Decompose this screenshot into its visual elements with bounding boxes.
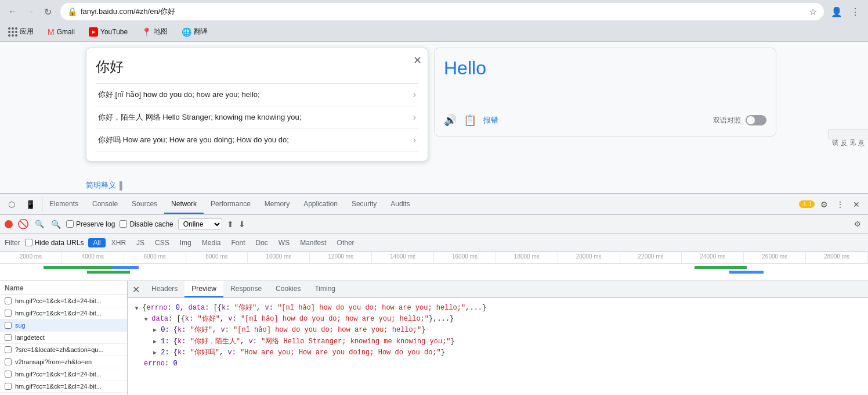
tab-elements[interactable]: Elements [42, 195, 85, 214]
suggestion-item-0[interactable]: 你好 [nǐ hǎo] how do you do; how are you; … [96, 84, 418, 106]
report-link[interactable]: 报错 [483, 115, 498, 125]
file-checkbox-4[interactable] [5, 383, 12, 390]
response-close-button[interactable]: ✕ [128, 281, 144, 297]
breadcrumb-link[interactable]: 简明释义 [86, 180, 116, 191]
file-item-5[interactable]: hm.gif?cc=1&ck=1&cl=24-bit... [0, 393, 127, 395]
devtools-tabs: Elements Console Sources Network Perform… [42, 195, 794, 214]
search-button[interactable]: 🔍 [50, 218, 62, 230]
menu-icon[interactable]: ⋮ [847, 3, 863, 20]
file-item-0[interactable]: hm.gif?cc=1&ck=1&cl=24-bit... [0, 295, 127, 307]
file-checkbox-langdetect[interactable] [5, 334, 12, 341]
tab-sources[interactable]: Sources [125, 195, 164, 214]
filter-ws[interactable]: WS [274, 238, 294, 247]
file-item-1[interactable]: hm.gif?cc=1&ck=1&cl=24-bit... [0, 307, 127, 319]
tab-network[interactable]: Network [164, 195, 204, 214]
preserve-log-checkbox[interactable] [66, 220, 74, 228]
disable-cache-checkbox[interactable] [120, 220, 127, 228]
tab-performance[interactable]: Performance [204, 195, 258, 214]
suggestion-item-1[interactable]: 你好，陌生人 网络 Hello Stranger; knowing me kno… [96, 106, 418, 129]
filter-js[interactable]: JS [132, 238, 149, 247]
back-button[interactable]: ← [5, 3, 21, 20]
export-har-button[interactable]: ⬇ [238, 220, 245, 229]
file-item-sug[interactable]: sug [0, 319, 127, 332]
network-settings-button[interactable]: ⚙ [852, 218, 863, 230]
timeline-bar-1 [44, 266, 113, 269]
filter-manifest[interactable]: Manifest [295, 238, 331, 247]
suggestion-item-2[interactable]: 你好吗 How are you; How are you doing; How … [96, 129, 418, 152]
tab-security[interactable]: Security [345, 195, 384, 214]
tick-11: 24000 ms [682, 252, 744, 263]
devtools-close-button[interactable]: ✕ [849, 198, 863, 211]
select-element-button[interactable]: ⬡ [5, 198, 19, 211]
file-item-3[interactable]: hm.gif?cc=1&ck=1&cl=24-bit... [0, 368, 127, 380]
speaker-button[interactable]: 🔊 [444, 114, 457, 127]
suggestion-text-1: 你好，陌生人 网络 Hello Stranger; knowing me kno… [98, 112, 413, 123]
record-button[interactable] [5, 220, 13, 228]
filter-media[interactable]: Media [197, 238, 226, 247]
bookmark-gmail[interactable]: M Gmail [44, 26, 78, 38]
bookmark-apps[interactable]: 应用 [5, 26, 37, 38]
filter-font[interactable]: Font [226, 238, 249, 247]
filter-img[interactable]: Img [175, 238, 196, 247]
bookmark-maps[interactable]: 📍 地图 [138, 26, 171, 38]
bookmark-translate[interactable]: 🌐 翻译 [178, 26, 211, 38]
tab-console[interactable]: Console [85, 195, 125, 214]
copy-button[interactable]: 📋 [464, 114, 476, 127]
collapse-item0[interactable]: ▶ [153, 326, 157, 335]
filter-css[interactable]: CSS [150, 238, 174, 247]
file-item-langdetect[interactable]: langdetect [0, 332, 127, 344]
file-name-v2: v2transapi?from=zh&to=en [15, 358, 92, 365]
collapse-item1[interactable]: ▶ [153, 337, 157, 347]
file-checkbox-0[interactable] [5, 297, 12, 304]
devtools-settings-button[interactable]: ⚙ [817, 198, 831, 211]
file-item-query[interactable]: ?src=1&locate=zh&action=qu... [0, 344, 127, 356]
filter-all[interactable]: All [88, 238, 105, 247]
filter-other[interactable]: Other [332, 238, 359, 247]
browser-actions: 👤 ⋮ [829, 3, 863, 20]
tab-memory[interactable]: Memory [258, 195, 296, 214]
toggle-switch[interactable] [746, 115, 766, 125]
throttle-select[interactable]: Online Fast 3G Slow 3G Offline [178, 218, 222, 230]
tab-application[interactable]: Application [296, 195, 345, 214]
collapse-item2[interactable]: ▶ [153, 349, 157, 358]
file-checkbox-1[interactable] [5, 310, 12, 317]
hide-data-urls-checkbox[interactable] [25, 239, 32, 246]
disable-cache-label[interactable]: Disable cache [120, 220, 173, 228]
collapse-data[interactable]: ▶ [141, 318, 150, 321]
tab-audits[interactable]: Audits [384, 195, 417, 214]
import-har-button[interactable]: ⬆ [227, 220, 234, 229]
response-tab-preview[interactable]: Preview [185, 281, 223, 297]
suggestion-text-0: 你好 [nǐ hǎo] how do you do; how are you; … [98, 89, 413, 100]
file-checkbox-query[interactable] [5, 346, 12, 353]
forward-button[interactable]: → [22, 3, 38, 20]
response-tab-timing[interactable]: Timing [308, 281, 342, 297]
reload-button[interactable]: ↻ [39, 3, 56, 20]
devtools-more-button[interactable]: ⋮ [833, 198, 847, 211]
file-item-4[interactable]: hm.gif?cc=1&ck=1&cl=24-bit... [0, 380, 127, 393]
file-checkbox-sug[interactable] [5, 322, 12, 329]
file-checkbox-v2[interactable] [5, 358, 12, 365]
json-line-errno-end: errno: 0 [135, 358, 861, 369]
preserve-log-label[interactable]: Preserve log [66, 220, 115, 228]
file-checkbox-3[interactable] [5, 371, 12, 378]
response-tab-headers[interactable]: Headers [144, 281, 185, 297]
close-button[interactable]: ✕ [413, 54, 422, 67]
import-export-buttons: ⬆ ⬇ [227, 220, 245, 229]
clear-button[interactable]: 🚫 [17, 218, 29, 230]
bookmark-youtube[interactable]: YouTube [85, 26, 131, 38]
address-bar[interactable]: 🔒 fanyi.baidu.com/#zh/en/你好 ☆ [60, 3, 824, 20]
response-tab-response[interactable]: Response [223, 281, 269, 297]
file-name-0: hm.gif?cc=1&ck=1&cl=24-bit... [15, 297, 102, 304]
feedback-button[interactable]: 意 见 反 馈 [828, 129, 868, 139]
response-tab-cookies[interactable]: Cookies [269, 281, 308, 297]
device-toolbar-button[interactable]: 📱 [23, 198, 37, 211]
file-list: Name hm.gif?cc=1&ck=1&cl=24-bit... hm.gi… [0, 281, 128, 395]
hide-data-urls-label[interactable]: Hide data URLs [25, 239, 84, 247]
collapse-root[interactable]: ▶ [132, 307, 141, 310]
filter-doc[interactable]: Doc [251, 238, 273, 247]
filter-xhr[interactable]: XHR [107, 238, 131, 247]
user-icon[interactable]: 👤 [829, 3, 845, 20]
file-item-v2transapi[interactable]: v2transapi?from=zh&to=en [0, 356, 127, 368]
filter-button[interactable]: 🔍 [34, 218, 45, 230]
star-icon[interactable]: ☆ [809, 6, 817, 17]
